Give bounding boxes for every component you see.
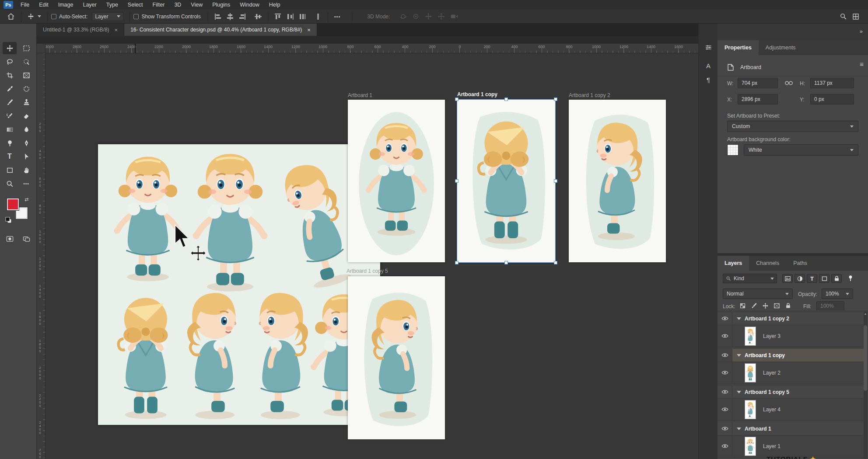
move-tool[interactable]	[3, 42, 17, 54]
menu-view[interactable]: View	[186, 0, 207, 10]
layer-group-artboard-1[interactable]: Artboard 1	[718, 422, 864, 435]
default-colors-icon[interactable]	[5, 217, 12, 224]
align-bottom-edges-button[interactable]	[312, 11, 324, 22]
layer-row-layer-1[interactable]: Layer 1	[718, 435, 864, 457]
tab-layers[interactable]: Layers	[718, 256, 749, 271]
transform-handle-n[interactable]	[504, 97, 508, 101]
brush-tool[interactable]	[3, 96, 17, 108]
clone-stamp-tool[interactable]	[19, 96, 33, 108]
menu-window[interactable]: Window	[235, 0, 264, 10]
lock-position-button[interactable]	[761, 302, 769, 309]
menu-filter[interactable]: Filter	[148, 0, 170, 10]
collapse-panels-icon[interactable]: »	[860, 28, 863, 35]
character-panel-icon[interactable]: A	[702, 59, 714, 72]
3d-slide-button[interactable]	[435, 11, 448, 22]
home-button[interactable]	[4, 11, 18, 22]
transform-handle-sw[interactable]	[455, 261, 458, 264]
lock-transparency-button[interactable]	[738, 302, 746, 309]
foreground-color-swatch[interactable]	[7, 198, 19, 210]
layer-row-layer-2[interactable]: Layer 2	[718, 362, 864, 384]
visibility-toggle[interactable]	[718, 312, 732, 325]
object-selection-tool[interactable]	[19, 56, 33, 68]
3d-camera-button[interactable]	[448, 11, 461, 22]
frame-tool[interactable]	[19, 69, 33, 81]
layer-thumbnail[interactable]	[745, 327, 756, 346]
panel-menu-icon[interactable]: ≡	[860, 60, 864, 68]
blur-tool[interactable]	[19, 123, 33, 136]
artboard-1[interactable]	[348, 100, 445, 262]
transform-handle-nw[interactable]	[455, 97, 458, 101]
filter-shape-layers-button[interactable]	[819, 274, 830, 283]
rectangular-marquee-tool[interactable]	[19, 42, 33, 54]
swap-colors-icon[interactable]: ⇄	[24, 197, 28, 202]
menu-select[interactable]: Select	[123, 0, 148, 10]
search-button[interactable]	[837, 11, 850, 22]
artboard-label-1-copy-2[interactable]: Artboard 1 copy 2	[569, 92, 610, 98]
artboard-bg-dropdown[interactable]: White	[744, 144, 858, 156]
screen-mode-button[interactable]	[19, 233, 33, 245]
paragraph-panel-icon[interactable]: ¶	[702, 73, 714, 86]
artboard-1-copy-5[interactable]	[348, 276, 445, 439]
layer-filter-kind-dropdown[interactable]: Kind	[723, 274, 777, 283]
align-left-edges-button[interactable]	[212, 11, 224, 22]
reference-image[interactable]	[98, 144, 380, 425]
filter-adjustment-layers-button[interactable]	[794, 274, 805, 283]
visibility-toggle[interactable]	[718, 362, 732, 383]
y-field[interactable]: 0 px	[810, 94, 854, 104]
filter-pixel-layers-button[interactable]	[782, 274, 793, 283]
layers-scrollbar-thumb[interactable]	[864, 325, 867, 391]
menu-type[interactable]: Type	[102, 0, 123, 10]
layer-row-layer-4[interactable]: Layer 4	[718, 399, 864, 421]
close-icon[interactable]: ×	[115, 27, 118, 33]
show-transform-checkbox[interactable]	[133, 14, 139, 19]
menu-help[interactable]: Help	[264, 0, 285, 10]
path-selection-tool[interactable]	[19, 150, 33, 163]
width-field[interactable]: 704 px	[738, 78, 778, 88]
menu-3d[interactable]: 3D	[169, 0, 186, 10]
visibility-toggle[interactable]	[718, 399, 732, 420]
layer-thumbnail[interactable]	[745, 363, 756, 382]
visibility-toggle[interactable]	[718, 422, 732, 435]
layer-thumbnail[interactable]	[745, 400, 756, 419]
spot-healing-brush-tool[interactable]	[19, 83, 33, 95]
tab-channels[interactable]: Channels	[749, 256, 786, 271]
filter-smart-objects-button[interactable]	[831, 274, 842, 283]
close-icon[interactable]: ×	[307, 27, 311, 33]
hand-tool[interactable]	[19, 164, 33, 176]
distribute-vertical-button[interactable]	[296, 11, 308, 22]
align-right-edges-button[interactable]	[236, 11, 248, 22]
artboard-label-1-copy[interactable]: Artboard 1 copy	[457, 91, 497, 97]
menu-image[interactable]: Image	[53, 0, 78, 10]
brush-settings-panel-icon[interactable]	[702, 41, 714, 53]
transform-handle-w[interactable]	[455, 179, 458, 183]
x-field[interactable]: 2896 px	[738, 94, 778, 104]
chevron-down-icon[interactable]	[737, 317, 741, 320]
preset-dropdown[interactable]: Custom	[727, 121, 858, 132]
layer-group-artboard-1-copy-2[interactable]: Artboard 1 copy 2	[718, 312, 864, 325]
layer-group-artboard-1-copy[interactable]: Artboard 1 copy	[718, 349, 864, 362]
crop-tool[interactable]	[3, 69, 17, 81]
artboard-1-copy-2[interactable]	[569, 100, 666, 262]
layer-group-artboard-1-copy-5[interactable]: Artboard 1 copy 5	[718, 386, 864, 399]
chevron-down-icon[interactable]	[737, 428, 741, 430]
workspace-switcher-button[interactable]	[850, 11, 862, 22]
auto-select-target-dropdown[interactable]: Layer	[92, 12, 123, 21]
more-align-options-button[interactable]: •••	[332, 11, 343, 22]
chevron-down-icon[interactable]	[737, 354, 741, 357]
pen-tool[interactable]	[19, 137, 33, 149]
transform-handle-se[interactable]	[554, 261, 557, 264]
visibility-toggle[interactable]	[718, 349, 732, 362]
artboard-1-copy[interactable]	[457, 100, 555, 262]
transform-handle-ne[interactable]	[554, 97, 557, 101]
lock-all-button[interactable]	[784, 302, 792, 309]
transform-handle-s[interactable]	[504, 261, 508, 264]
rectangle-tool[interactable]	[3, 164, 17, 176]
3d-roll-button[interactable]	[410, 11, 422, 22]
artboard-label-1[interactable]: Artboard 1	[348, 92, 372, 98]
artboard-bg-swatch[interactable]	[727, 144, 738, 156]
chevron-down-icon[interactable]	[737, 391, 741, 393]
align-top-edges-button[interactable]	[272, 11, 284, 22]
ruler-horizontal[interactable]: 3000 2800 2600 2400 2200 2000 1800 1600 …	[37, 44, 698, 53]
align-horizontal-centers-button[interactable]	[224, 11, 236, 22]
menu-file[interactable]: File	[16, 0, 34, 10]
